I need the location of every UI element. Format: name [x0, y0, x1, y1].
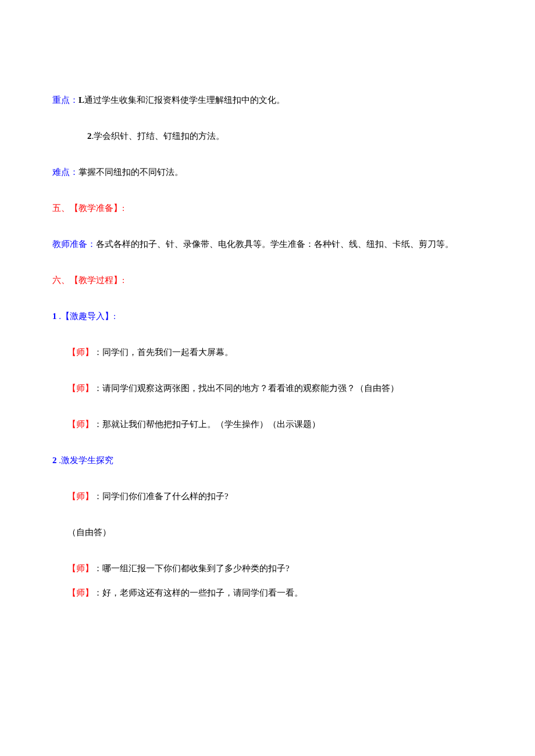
zhongdian-line-1: 重点：L通过学生收集和汇报资料使学生理解纽扣中的文化。	[52, 93, 483, 107]
section-5-heading: 五、【教学准备】:	[52, 201, 483, 215]
dialog-line-1-1: 【师】：同学们，首先我们一起看大屏幕。	[52, 345, 483, 359]
teacher-prep-line: 教师准备：各式各样的扣子、针、录像带、电化教具等。学生准备：各种针、线、纽扣、卡…	[52, 237, 483, 251]
step-1-heading: 1 .【激趣导入】:	[52, 309, 483, 323]
shi-label: 【师】	[67, 420, 94, 429]
dialog-2-2-text: （自由答）	[67, 528, 111, 537]
zhongdian-label: 重点：	[52, 95, 79, 105]
shi-label: 【师】	[67, 564, 94, 573]
dialog-line-1-3: 【师】：那就让我们帮他把扣子钉上。（学生操作）（出示课题）	[52, 417, 483, 431]
zhongdian-prefix: L	[79, 95, 84, 105]
section-6-label: 六、【教学过程】:	[52, 275, 124, 285]
shi-label: 【师】	[67, 384, 94, 393]
step-2-heading: 2 .激发学生探究	[52, 453, 483, 467]
nandian-label: 难点：	[52, 167, 79, 177]
step-1-label: .【激趣导入】:	[57, 311, 116, 321]
teacher-prep-label: 教师准备：	[52, 239, 96, 249]
dialog-1-1-text: ：同学们，首先我们一起看大屏幕。	[94, 347, 233, 357]
section-6-heading: 六、【教学过程】:	[52, 273, 483, 287]
shi-label: 【师】	[67, 347, 94, 357]
teacher-prep-text: 各式各样的扣子、针、录像带、电化教具等。学生准备：各种针、线、纽扣、卡纸、剪刀等…	[96, 239, 454, 249]
step-1-num: 1	[52, 311, 57, 321]
dialog-1-2-text: ：请同学们观察这两张图，找出不同的地方？看看谁的观察能力强？（自由答）	[94, 384, 399, 393]
dialog-line-1-2: 【师】：请同学们观察这两张图，找出不同的地方？看看谁的观察能力强？（自由答）	[52, 381, 483, 395]
dialog-line-2-3: 【师】：哪一组汇报一下你们都收集到了多少种类的扣子?	[52, 561, 483, 575]
dialog-2-4-text: ：好，老师这还有这样的一些扣子，请同学们看一看。	[94, 588, 303, 597]
nandian-line: 难点：掌握不同纽扣的不同钉法。	[52, 165, 483, 179]
nandian-text: 掌握不同纽扣的不同钉法。	[79, 167, 183, 177]
dialog-line-2-4: 【师】：好，老师这还有这样的一些扣子，请同学们看一看。	[52, 586, 483, 600]
step-2-label: .激发学生探究	[57, 456, 114, 465]
dialog-2-3-text: ：哪一组汇报一下你们都收集到了多少种类的扣子?	[94, 564, 290, 573]
dialog-2-1-text: ：同学们你们准备了什么样的扣子?	[94, 492, 229, 501]
shi-label: 【师】	[67, 492, 94, 501]
section-5-label: 五、【教学准备】:	[52, 203, 124, 213]
zhongdian-1-text: 通过学生收集和汇报资料使学生理解纽扣中的文化。	[84, 95, 285, 105]
zhongdian-2-num: 2	[87, 131, 92, 141]
shi-label: 【师】	[67, 588, 94, 597]
zhongdian-line-2: 2.学会织针、打结、钉纽扣的方法。	[52, 129, 483, 143]
dialog-1-3-text: ：那就让我们帮他把扣子钉上。（学生操作）（出示课题）	[94, 420, 320, 429]
document-page: 重点：L通过学生收集和汇报资料使学生理解纽扣中的文化。 2.学会织针、打结、钉纽…	[0, 0, 535, 668]
dialog-line-2-1: 【师】：同学们你们准备了什么样的扣子?	[52, 489, 483, 503]
zhongdian-2-text: 学会织针、打结、钉纽扣的方法。	[94, 131, 224, 141]
dialog-line-2-2: （自由答）	[52, 525, 483, 539]
step-2-num: 2	[52, 456, 57, 465]
